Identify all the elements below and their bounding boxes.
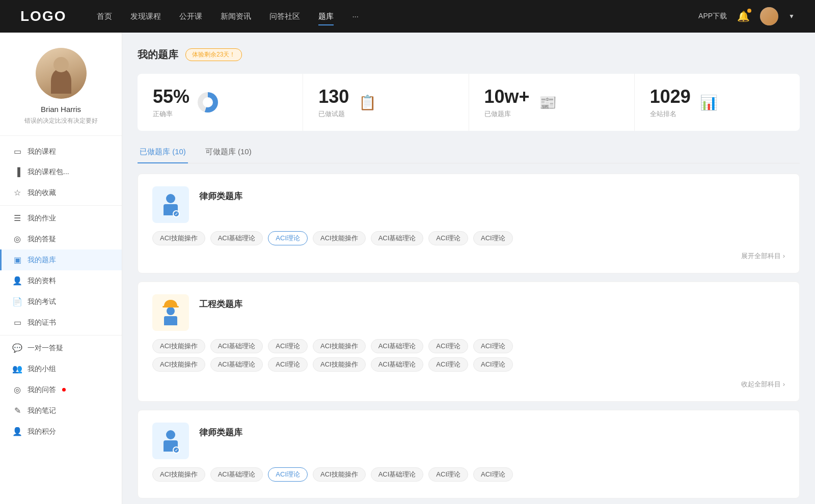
tag[interactable]: ACI基础理论 [210, 467, 263, 482]
sidebar-item-favorites[interactable]: ☆ 我的收藏 [0, 182, 122, 203]
nav-link-more[interactable]: ··· [352, 10, 359, 23]
nav-link-home[interactable]: 首页 [97, 10, 112, 23]
nav-link-open[interactable]: 公开课 [179, 10, 202, 23]
sidebar: Brian Harris 错误的决定比没有决定要好 ▭ 我的课程 ▐ 我的课程包… [0, 33, 122, 504]
tag[interactable]: ACI理论 [428, 339, 468, 353]
sidebar-item-points[interactable]: 👤 我的积分 [0, 421, 122, 442]
tag[interactable]: ACI基础理论 [371, 339, 424, 353]
tags-row-2: ACI技能操作 ACI基础理论 ACI理论 ACI技能操作 ACI基础理论 AC… [152, 357, 785, 372]
sidebar-divider-2 [0, 335, 122, 335]
tag[interactable]: ACI理论 [473, 467, 513, 482]
tag[interactable]: ACI理论 [268, 357, 308, 372]
packages-icon: ▐ [12, 167, 22, 177]
rank-icon: 📊 [699, 92, 719, 113]
tag[interactable]: ACI基础理论 [210, 357, 263, 372]
app-download-button[interactable]: APP下载 [698, 12, 727, 21]
sidebar-label: 我的问答 [28, 385, 56, 395]
tag[interactable]: ACI理论 [428, 357, 468, 372]
sidebar-label: 我的课程 [28, 147, 56, 156]
notes-icon: ✎ [12, 406, 22, 415]
tabs-row: 已做题库 (10) 可做题库 (10) [138, 143, 800, 163]
question-icon: ◎ [12, 385, 22, 395]
main-content: 我的题库 体验剩余23天！ 55% 正确率 130 已做试题 [122, 33, 815, 504]
tag[interactable]: ACI理论 [268, 339, 308, 353]
sidebar-label: 我的答疑 [28, 235, 56, 244]
sidebar-item-questions[interactable]: ◎ 我的问答 [0, 379, 122, 400]
tag[interactable]: ACI技能操作 [313, 339, 366, 353]
stat-rank: 1029 全站排名 📊 [635, 74, 800, 131]
lawyer-body-2: ✓ [164, 440, 178, 452]
qa-icon: ◎ [12, 234, 22, 244]
qbank-icon: ▣ [12, 255, 22, 265]
avatar[interactable] [760, 7, 778, 25]
tag[interactable]: ACI理论 [473, 231, 513, 245]
sidebar-item-groups[interactable]: 👥 我的小组 [0, 358, 122, 379]
tag[interactable]: ACI基础理论 [371, 231, 424, 245]
stat-accuracy-number: 55% [153, 86, 189, 107]
nav-link-qbank[interactable]: 题库 [318, 10, 334, 23]
nav-link-news[interactable]: 新闻资讯 [221, 10, 251, 23]
nav-link-qa[interactable]: 问答社区 [269, 10, 300, 23]
tag[interactable]: ACI理论 [428, 467, 468, 482]
tag[interactable]: ACI技能操作 [313, 467, 366, 482]
tag[interactable]: ACI技能操作 [313, 357, 366, 372]
tag-active-3[interactable]: ACI理论 [268, 467, 308, 482]
trial-badge: 体验剩余23天！ [185, 48, 242, 61]
expand-button[interactable]: 展开全部科目 › [152, 249, 785, 261]
group-icon: 👥 [12, 364, 22, 374]
sidebar-item-homework[interactable]: ☰ 我的作业 [0, 208, 122, 229]
tag[interactable]: ACI基础理论 [210, 231, 263, 245]
tag[interactable]: ACI技能操作 [152, 357, 205, 372]
tag[interactable]: ACI基础理论 [371, 357, 424, 372]
qbank-icon-lawyer: ✓ [152, 186, 189, 223]
avatar-image [36, 48, 87, 99]
tag[interactable]: ACI基础理论 [210, 339, 263, 353]
sidebar-item-course-packages[interactable]: ▐ 我的课程包... [0, 162, 122, 182]
courses-icon: ▭ [12, 147, 22, 156]
tag[interactable]: ACI技能操作 [313, 231, 366, 245]
sidebar-item-my-qa[interactable]: ◎ 我的答疑 [0, 229, 122, 249]
star-icon: ☆ [12, 188, 22, 198]
sidebar-item-my-exam[interactable]: 📄 我的考试 [0, 291, 122, 312]
sidebar-label: 我的证书 [28, 318, 56, 327]
avatar [36, 48, 87, 99]
tag[interactable]: ACI技能操作 [152, 467, 205, 482]
sidebar-item-my-data[interactable]: 👤 我的资料 [0, 270, 122, 291]
tag[interactable]: ACI基础理论 [371, 467, 424, 482]
bell-button[interactable]: 🔔 [737, 10, 750, 22]
tag[interactable]: ACI技能操作 [152, 231, 205, 245]
stat-banks: 10w+ 已做题库 📰 [469, 74, 635, 131]
lawyer-badge-2: ✓ [173, 446, 180, 454]
tag[interactable]: ACI理论 [473, 357, 513, 372]
sidebar-label: 我的课程包... [28, 167, 69, 177]
nav-right: APP下载 🔔 ▼ [698, 7, 795, 25]
sidebar-item-certificate[interactable]: ▭ 我的证书 [0, 312, 122, 333]
tag-active[interactable]: ACI理论 [268, 231, 308, 245]
stat-rank-number: 1029 [650, 86, 691, 107]
tab-done[interactable]: 已做题库 (10) [138, 143, 188, 163]
data-icon: 👤 [12, 276, 22, 286]
questions-icon: 📋 [357, 92, 377, 113]
lawyer-badge: ✓ [173, 210, 180, 217]
pie-chart [198, 92, 218, 113]
lawyer-head-2 [166, 430, 175, 439]
sidebar-item-qbank[interactable]: ▣ 我的题库 [0, 249, 122, 270]
qbank-icon-engineer [152, 294, 189, 331]
tag[interactable]: ACI理论 [428, 231, 468, 245]
sidebar-item-one-on-one[interactable]: 💬 一对一答疑 [0, 338, 122, 358]
tab-available[interactable]: 可做题库 (10) [203, 143, 254, 163]
nav-link-courses[interactable]: 发现课程 [130, 10, 161, 23]
tag[interactable]: ACI理论 [473, 339, 513, 353]
qbank-card-engineer: 工程类题库 ACI技能操作 ACI基础理论 ACI理论 ACI技能操作 ACI基… [138, 282, 800, 402]
chevron-down-icon[interactable]: ▼ [789, 13, 795, 20]
tag[interactable]: ACI技能操作 [152, 339, 205, 353]
sidebar-label: 我的笔记 [28, 406, 56, 415]
sidebar-label: 一对一答疑 [28, 344, 63, 353]
collapse-button[interactable]: 收起全部科目 › [152, 376, 785, 389]
sidebar-item-notes[interactable]: ✎ 我的笔记 [0, 400, 122, 421]
logo[interactable]: LOGO [20, 8, 66, 24]
stat-accuracy: 55% 正确率 [138, 74, 303, 131]
sidebar-item-my-courses[interactable]: ▭ 我的课程 [0, 141, 122, 162]
page-title: 我的题库 [138, 48, 178, 62]
sidebar-label: 我的积分 [28, 427, 56, 436]
